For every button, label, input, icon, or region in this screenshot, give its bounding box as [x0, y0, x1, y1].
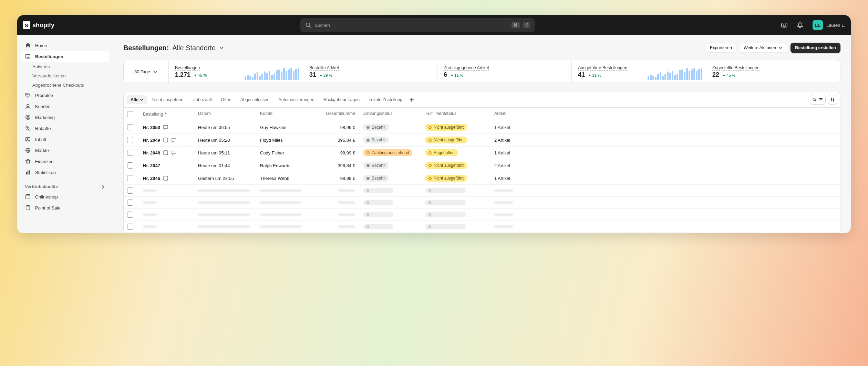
- tab-rückgabeanfragen[interactable]: Rückgabeanfragen: [319, 95, 364, 104]
- th-order[interactable]: Bestellung: [143, 111, 198, 117]
- cell-total: 396,84 €: [319, 163, 363, 168]
- tab-abgeschlossen[interactable]: Abgeschlossen: [236, 95, 274, 104]
- sort-icon: [830, 97, 835, 102]
- tab-nicht-ausgeführt[interactable]: Nicht ausgeführt: [148, 95, 188, 104]
- sidebar: Home Bestellungen Entwürfe Versandetiket…: [17, 35, 113, 233]
- th-items[interactable]: Artikel: [494, 111, 536, 117]
- sidebar-channel-onlineshop[interactable]: Onlineshop: [21, 191, 109, 202]
- inbox-icon: [25, 53, 31, 60]
- more-actions-button[interactable]: Weitere Aktionen: [740, 43, 787, 53]
- search-icon: [305, 22, 311, 28]
- sidebar-label: Abgebrochene Checkouts: [32, 83, 84, 88]
- metric-label: Zurückgegebene Artikel: [444, 65, 489, 71]
- tab-lokale-zustellung[interactable]: Lokale Zustellung: [364, 95, 406, 104]
- user-menu[interactable]: LL Lauren L.: [813, 20, 845, 30]
- cell-payment: Zahlung ausstehend: [363, 149, 425, 156]
- sidebar-item-markets[interactable]: Märkte: [21, 145, 109, 156]
- row-checkbox[interactable]: [127, 212, 133, 218]
- tab-offen[interactable]: Offen: [217, 95, 235, 104]
- row-checkbox[interactable]: [127, 150, 133, 156]
- th-date[interactable]: Datum: [198, 111, 260, 117]
- table-row-skeleton: [124, 185, 840, 197]
- table-row[interactable]: Nr. 2048Heute um 05:11Cody Fisher98,99 €…: [124, 147, 840, 159]
- row-checkbox[interactable]: [127, 124, 133, 130]
- svg-point-30: [813, 98, 815, 100]
- tab-automatisierungen[interactable]: Automatisierungen: [274, 95, 318, 104]
- metric-3[interactable]: Ausgeführte Bestellungen4111 %: [571, 60, 706, 83]
- sidebar-item-discounts[interactable]: Rabatte: [21, 123, 109, 134]
- table-header: Bestellung Datum Kunde Gesamtsumme Zahlu…: [124, 108, 840, 121]
- row-checkbox[interactable]: [127, 137, 133, 143]
- th-fulfillment[interactable]: Fulfillmentstatus: [425, 111, 494, 117]
- th-payment[interactable]: Zahlungsstatus: [363, 111, 425, 117]
- th-total[interactable]: Gesamtsumme: [319, 111, 363, 117]
- cell-date: Heute um 06:55: [198, 125, 260, 130]
- chevron-right-icon[interactable]: [101, 184, 105, 189]
- svg-line-12: [27, 127, 30, 130]
- sidebar-item-products[interactable]: Produkte: [21, 90, 109, 101]
- chevron-down-icon[interactable]: [219, 45, 224, 50]
- create-order-button[interactable]: Bestellung erstellen: [790, 43, 840, 53]
- export-button[interactable]: Exportieren: [706, 43, 736, 53]
- metric-2[interactable]: Zurückgegebene Artikel611 %: [437, 60, 571, 83]
- face-icon[interactable]: [781, 22, 788, 29]
- sidebar-item-finances[interactable]: Finanzen: [21, 156, 109, 167]
- row-checkbox[interactable]: [127, 162, 133, 169]
- sidebar-sub-shipping-labels[interactable]: Versandetiketten: [21, 71, 109, 80]
- page-subtitle[interactable]: Alle Standorte: [172, 44, 216, 52]
- sidebar-label: Kunden: [35, 104, 51, 109]
- sidebar-item-content[interactable]: Inhalt: [21, 134, 109, 145]
- user-name: Lauren L.: [826, 23, 845, 28]
- sidebar-sub-drafts[interactable]: Entwürfe: [21, 62, 109, 71]
- metric-value: 31: [309, 71, 316, 78]
- bell-icon[interactable]: [797, 22, 804, 29]
- table-row[interactable]: Nr. 2049Heute um 05:20Floyd Miles396,84 …: [124, 134, 840, 147]
- cell-total: 98,99 €: [319, 176, 363, 181]
- sidebar-item-home[interactable]: Home: [21, 40, 109, 51]
- image-icon: [25, 136, 31, 142]
- search-input[interactable]: Suchen ⌘ K: [300, 18, 535, 32]
- search-placeholder: Suchen: [315, 23, 330, 28]
- page-title: Bestellungen:: [123, 44, 169, 52]
- sidebar-sub-abandoned[interactable]: Abgebrochene Checkouts: [21, 80, 109, 90]
- select-all-checkbox[interactable]: [127, 111, 133, 117]
- sidebar-item-orders[interactable]: Bestellungen: [21, 51, 109, 62]
- order-number: Nr. 2050: [143, 125, 160, 130]
- logo[interactable]: S shopify: [23, 21, 54, 29]
- sidebar-channel-pos[interactable]: Point of Sale: [21, 202, 109, 213]
- row-checkbox[interactable]: [127, 175, 133, 181]
- svg-point-3: [783, 25, 784, 25]
- table-row[interactable]: Nr. 2050Heute um 06:55Guy Hawkins98,99 €…: [124, 121, 840, 134]
- row-checkbox[interactable]: [127, 224, 133, 230]
- table-row[interactable]: Nr. 2046Gestern um 23:55Theresa Webb98,9…: [124, 172, 840, 185]
- note-icon: [163, 150, 168, 155]
- cell-total: 98,99 €: [319, 150, 363, 155]
- add-view-button[interactable]: [407, 95, 416, 104]
- metric-0[interactable]: Bestellungen1.27145 %: [168, 60, 303, 83]
- order-number: Nr. 2046: [143, 176, 160, 181]
- svg-rect-23: [28, 171, 29, 174]
- date-range-picker[interactable]: 30 Tage: [124, 60, 168, 83]
- tabs: AlleNicht ausgeführtUnbezahltOffenAbgesc…: [124, 92, 840, 108]
- cell-items: 2 Artikel: [494, 163, 536, 168]
- cell-payment: Bezahlt: [363, 162, 425, 169]
- th-customer[interactable]: Kunde: [260, 111, 319, 117]
- metric-1[interactable]: Bestellte Artikel3129 %: [303, 60, 437, 83]
- sidebar-item-marketing[interactable]: Marketing: [21, 112, 109, 123]
- tab-alle[interactable]: Alle: [126, 95, 147, 104]
- svg-point-9: [28, 117, 28, 117]
- tab-unbezahlt[interactable]: Unbezahlt: [188, 95, 216, 104]
- svg-point-10: [26, 126, 28, 128]
- search-filter-button[interactable]: [810, 95, 826, 105]
- table-row[interactable]: Nr. 2047Heute um 01:44Ralph Edwards396,8…: [124, 159, 840, 172]
- metric-delta: 45 %: [723, 73, 735, 77]
- cell-total: 396,84 €: [319, 138, 363, 143]
- sidebar-item-analytics[interactable]: Statistiken: [21, 167, 109, 178]
- metric-4[interactable]: Zugestellte Bestellungen2245 %: [706, 60, 840, 83]
- sidebar-item-customers[interactable]: Kunden: [21, 101, 109, 112]
- row-checkbox[interactable]: [127, 187, 133, 194]
- cell-fulfillment: Angehalten: [425, 149, 494, 156]
- sort-button[interactable]: [828, 95, 837, 105]
- row-checkbox[interactable]: [127, 200, 133, 206]
- tab-label: Lokale Zustellung: [369, 97, 402, 102]
